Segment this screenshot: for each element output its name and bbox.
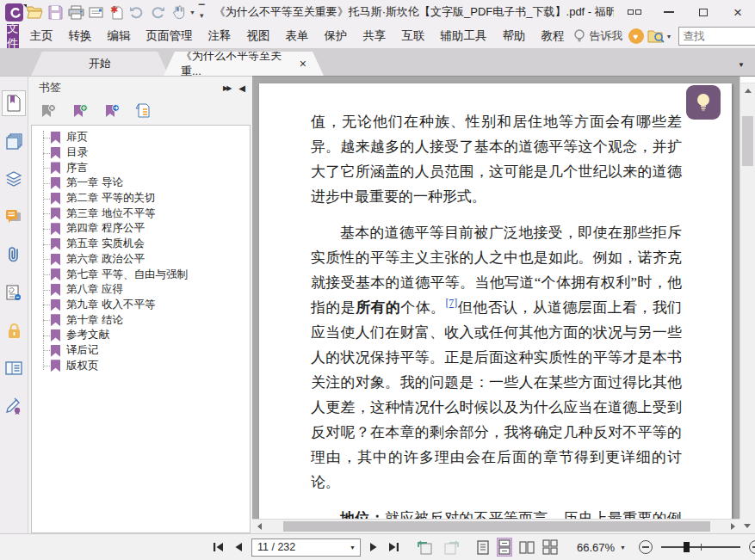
previous-page-button[interactable] [234,538,243,557]
search-folder-icon[interactable] [647,29,666,44]
rail-pages-button[interactable] [2,128,26,154]
bookmark-item[interactable]: 第二章 平等的关切 [32,191,250,206]
bookmark-item[interactable]: 第八章 应得 [32,282,250,298]
tab-list-dropdown[interactable]: ▼ [738,61,745,69]
expand-panel-icon[interactable]: ▶▶ [223,84,230,92]
undo-button[interactable] [128,3,147,22]
bookmark-item[interactable]: 参考文献 [32,328,250,343]
new-from-clipboard-button[interactable]: ✱ [108,3,127,22]
email-button[interactable] [87,3,106,22]
hand-tool-dropdown[interactable]: ▼ [189,9,195,15]
minimize-button[interactable] [652,2,686,22]
facing-view-button[interactable] [518,538,535,557]
rail-security-button[interactable] [2,317,26,343]
zoom-in-button[interactable] [749,540,755,554]
tab-document[interactable]: 《为什么不平等至关重... × [164,52,324,76]
close-button[interactable]: × [721,2,755,22]
add-bookmark-button[interactable] [71,102,90,121]
bookmark-item[interactable]: 第九章 收入不平等 [32,298,250,313]
bookmark-item[interactable]: 第四章 程序公平 [32,221,250,237]
delete-bookmark-button[interactable] [39,102,58,121]
menu-item[interactable]: 辅助工具 [433,24,495,48]
horizontal-scroll-thumb[interactable] [283,521,710,532]
bookmark-label: 译后记 [57,343,99,358]
bookmark-label: 序言 [57,161,88,175]
footnote-link[interactable]: [7] [445,297,457,309]
last-page-button[interactable] [388,538,399,557]
bookmark-item[interactable]: 译后记 [32,343,250,359]
menu-item[interactable]: 视图 [239,24,278,48]
hand-tool-icon [171,5,185,20]
menu-item[interactable]: 主页 [22,24,61,48]
rail-attachments-button[interactable] [2,242,26,268]
bookmark-item[interactable]: 第六章 政治公平 [32,252,250,268]
bookmark-item[interactable]: 第七章 平等、自由与强制 [32,267,250,282]
rail-comments-button[interactable] [2,204,26,230]
first-page-button[interactable] [213,538,224,557]
rail-layers-button[interactable] [2,166,26,192]
hand-tool-button[interactable] [169,3,188,22]
restore-button[interactable] [686,2,721,22]
menu-item[interactable]: 转换 [61,24,100,48]
find-input[interactable] [679,30,755,42]
scroll-left-button[interactable] [252,520,266,533]
zoom-dropdown[interactable]: ▼ [620,545,630,551]
rail-fields-button[interactable] [2,355,26,381]
search-folder-dropdown[interactable]: ▼ [666,34,672,40]
close-tab-icon[interactable]: × [300,58,306,70]
horizontal-scrollbar[interactable] [252,519,740,533]
bookmark-item[interactable]: 第一章 导论 [32,175,250,191]
bookmark-item[interactable]: 序言 [32,160,250,175]
customize-quick-access-button[interactable]: ▔▾ [199,5,204,19]
tell-me-label[interactable]: 告诉我 [590,28,624,44]
tab-start[interactable]: 开始 [31,52,169,76]
pdf-page[interactable]: 值，无论他们在种族、性别和居住地等方面会有哪些差异。越来越多的人接受了基本的道德… [259,83,732,519]
save-button[interactable] [46,3,65,22]
open-file-button[interactable] [26,3,45,22]
continuous-view-button[interactable] [497,538,512,557]
scroll-down-button[interactable] [740,519,755,533]
app-logo-button[interactable] [5,3,24,22]
rail-bookmarks-button[interactable] [2,90,26,116]
menu-item[interactable]: 编辑 [100,24,139,48]
zoom-slider[interactable] [661,546,740,548]
set-destination-button[interactable] [102,102,121,121]
assistant-lightbulb-button[interactable] [686,85,721,120]
menu-item[interactable]: 注释 [201,24,239,48]
arrange-windows-button[interactable] [617,2,652,22]
menu-item[interactable]: 页面管理 [139,24,201,48]
scroll-right-button[interactable] [726,520,740,533]
menu-item[interactable]: 保护 [317,24,356,48]
menu-item[interactable]: 共享 [356,24,394,48]
zoom-out-button[interactable] [639,540,653,554]
bookmark-item[interactable]: 第五章 实质机会 [32,237,250,252]
zoom-slider-thumb[interactable] [684,542,690,552]
menu-item[interactable]: 表单 [278,24,317,48]
menu-file[interactable]: 文件 [7,24,19,48]
favorite-heart-icon[interactable]: ♥ [628,28,644,44]
bookmark-item[interactable]: 第三章 地位不平等 [32,206,250,221]
bookmark-item[interactable]: 版权页 [32,358,250,373]
next-page-button[interactable] [369,538,378,557]
next-view-button[interactable] [443,538,460,557]
page-field-dropdown[interactable]: ▼ [350,545,360,551]
rail-destinations-button[interactable] [2,280,26,305]
bookmark-item[interactable]: 扉页 [32,130,250,145]
bookmark-item[interactable]: 目录 [32,145,250,161]
collapse-panel-icon[interactable]: ◀ [238,83,245,93]
expand-bookmarks-button[interactable] [134,102,153,121]
vertical-scrollbar[interactable] [740,77,755,519]
previous-view-button[interactable] [417,538,433,557]
page-number-input[interactable] [252,541,350,553]
scroll-up-button[interactable] [740,83,755,97]
vertical-scroll-thumb[interactable] [742,116,753,166]
menu-item[interactable]: 教程 [534,24,572,48]
redo-button[interactable] [148,3,167,22]
continuous-facing-view-button[interactable] [541,538,559,557]
menu-item[interactable]: 帮助 [495,24,534,48]
bookmark-item[interactable]: 第十章 结论 [32,312,250,328]
print-button[interactable] [66,3,85,22]
menu-item[interactable]: 互联 [394,24,433,48]
rail-signatures-button[interactable] [2,393,26,419]
single-page-view-button[interactable] [475,538,491,557]
